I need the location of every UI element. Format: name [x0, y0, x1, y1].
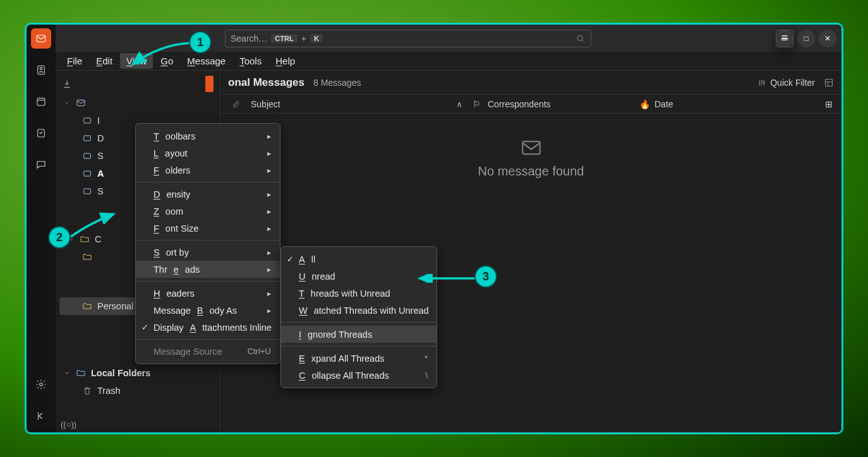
threads-menu-all[interactable]: All [281, 251, 437, 268]
view-menu-folders[interactable]: Folders▸ [136, 162, 280, 179]
view-menu-message-body-as[interactable]: Message Body As▸ [136, 302, 280, 319]
kbd-k: K [310, 34, 323, 43]
view-menu-display-attachments-inline[interactable]: Display Attachments Inline [136, 319, 280, 336]
callout-3: 3 [476, 266, 496, 287]
view-menu-zoom[interactable]: Zoom▸ [136, 203, 280, 220]
mail-client: Search… CTRL + K ≡ — □ ✕ FileEditViewGoM… [56, 25, 841, 432]
kbd-ctrl: CTRL [271, 34, 297, 43]
mail-outline-icon [522, 140, 541, 155]
svg-rect-0 [37, 35, 45, 42]
status-bar: ((○)) [56, 418, 220, 432]
folder-label: A [97, 169, 104, 179]
view-menu-toolbars[interactable]: Toolbars▸ [136, 128, 280, 145]
archive-icon [82, 169, 92, 179]
svg-point-6 [577, 35, 582, 40]
svg-rect-9 [84, 136, 91, 141]
col-date[interactable]: Date [649, 99, 820, 109]
menu-edit[interactable]: Edit [90, 53, 119, 69]
threads-menu-unread[interactable]: Unread [281, 268, 437, 285]
empty-text: No message found [478, 164, 584, 179]
launcher-collapse-icon[interactable] [31, 406, 51, 426]
arrow-1 [125, 39, 195, 68]
search-placeholder: Search… [231, 33, 267, 44]
folder-label: I [97, 116, 100, 126]
launcher-settings-icon[interactable] [31, 374, 51, 395]
col-attachment[interactable] [227, 100, 246, 109]
menu-help[interactable]: Help [269, 53, 301, 69]
layout-icon[interactable] [824, 78, 834, 88]
folder-label: D [97, 133, 104, 143]
message-count: 8 Messages [313, 78, 361, 88]
close-button[interactable]: ✕ [819, 30, 836, 47]
threads-menu-collapse-all-threads[interactable]: Collapse All Threads\ [281, 367, 437, 384]
view-menu-layout[interactable]: Layout▸ [136, 145, 280, 162]
tab-indicator [205, 76, 214, 92]
folder-tree-account[interactable] [56, 94, 220, 112]
threads-menu-watched-threads-with-unread[interactable]: Watched Threads with Unread [281, 302, 437, 319]
view-menu-threads[interactable]: Threads▸ [136, 261, 280, 278]
folder-icon [76, 368, 86, 378]
view-menu: Toolbars▸Layout▸Folders▸Density▸Zoom▸Fon… [135, 123, 280, 364]
folder-label: S [97, 151, 104, 161]
search-input[interactable]: Search… CTRL + K [225, 30, 591, 47]
paperclip-icon [232, 100, 241, 109]
svg-point-14 [761, 80, 763, 81]
folder-icon [82, 301, 92, 311]
col-picker[interactable]: ⊞ [820, 99, 835, 109]
svg-point-2 [40, 68, 42, 70]
col-subject[interactable]: Subject ∧ [246, 99, 467, 109]
sent-icon [82, 151, 92, 161]
svg-rect-7 [77, 100, 85, 105]
threads-menu-threads-with-unread[interactable]: Threads with Unread [281, 285, 437, 302]
hamburger-icon[interactable]: ≡ [776, 30, 793, 47]
chevron-down-icon [63, 99, 71, 107]
launcher-calendar-icon[interactable] [31, 92, 51, 112]
view-menu-headers[interactable]: Headers▸ [136, 285, 280, 302]
view-menu-message-source: Message SourceCtrl+U [136, 343, 280, 360]
callout-1: 1 [190, 32, 210, 52]
col-junk[interactable]: 🔥 [634, 99, 649, 109]
threads-menu-expand-all-threads[interactable]: Expand All Threads* [281, 350, 437, 367]
svg-point-15 [764, 81, 765, 83]
arrow-3 [416, 274, 479, 283]
sliders-icon [757, 78, 766, 87]
maximize-button[interactable]: □ [797, 30, 815, 47]
folder-title: onal Messages [228, 76, 304, 89]
column-headers: Subject ∧ ⚐ Correspondents 🔥 Date ⊞ [220, 95, 841, 114]
launcher-mail-icon[interactable] [31, 28, 51, 49]
message-header: onal Messages 8 Messages Quick Filter [220, 71, 841, 95]
folder-label: Trash [97, 386, 121, 396]
menu-file[interactable]: File [61, 53, 88, 69]
folder-label: S [97, 186, 104, 196]
view-menu-font-size[interactable]: Font Size▸ [136, 220, 280, 237]
trash-icon [82, 386, 92, 396]
svg-rect-11 [84, 171, 91, 176]
junk-icon [82, 186, 92, 196]
folder-trash[interactable]: Trash [56, 382, 220, 400]
svg-rect-12 [84, 189, 91, 194]
svg-point-13 [759, 83, 761, 85]
download-icon[interactable] [62, 79, 72, 89]
drafts-icon [82, 133, 92, 143]
launcher-chat-icon[interactable] [31, 155, 51, 175]
folder-local-folders[interactable]: Local Folders [56, 364, 220, 382]
workspace: IDSAS C Personal Messages [56, 71, 841, 432]
inbox-icon [82, 116, 92, 126]
svg-rect-17 [522, 141, 540, 154]
app-window: Search… CTRL + K ≡ — □ ✕ FileEditViewGoM… [25, 23, 843, 434]
menu-tools[interactable]: Tools [233, 53, 268, 69]
view-menu-sort-by[interactable]: Sort by▸ [136, 244, 280, 261]
col-correspondents[interactable]: Correspondents [483, 99, 634, 109]
view-menu-density[interactable]: Density▸ [136, 186, 280, 203]
threads-submenu: AllUnreadThreads with UnreadWatched Thre… [280, 246, 437, 388]
quick-filter-button[interactable]: Quick Filter [757, 78, 815, 88]
svg-rect-3 [37, 98, 45, 105]
launcher-addressbook-icon[interactable] [31, 60, 51, 80]
folder-label: Local Folders [91, 368, 150, 378]
threads-menu-ignored-threads[interactable]: Ignored Threads [281, 326, 437, 343]
kbd-plus: + [301, 33, 306, 44]
folder-icon [82, 252, 92, 262]
launcher-tasks-icon[interactable] [31, 123, 51, 143]
search-icon [576, 33, 586, 44]
col-flag[interactable]: ⚐ [467, 99, 483, 109]
